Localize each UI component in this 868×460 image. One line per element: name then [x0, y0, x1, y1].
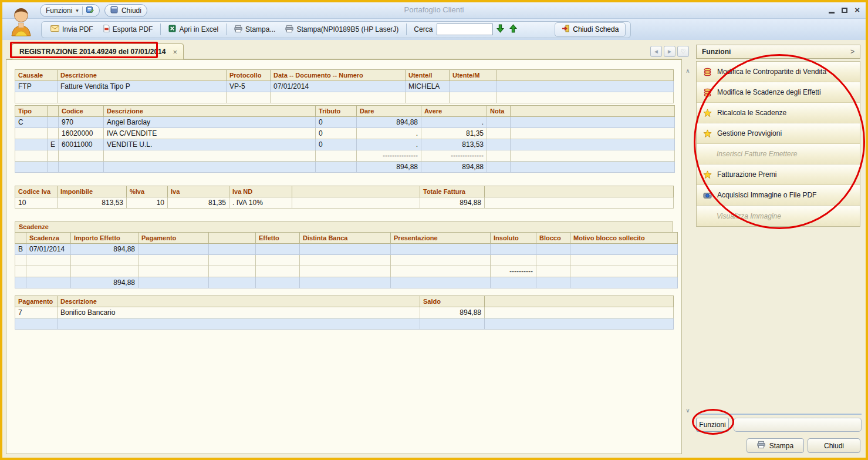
favorite-icon[interactable]: ♡	[677, 46, 689, 57]
pdf-icon	[103, 25, 110, 34]
star-icon	[702, 170, 712, 179]
sidebar-item-label: Acquisisci Immagine o File PDF	[717, 191, 816, 199]
scanner-icon	[702, 190, 712, 200]
esporta-pdf-button[interactable]: Esporta PDF	[99, 23, 157, 36]
customize-icon[interactable]	[86, 6, 94, 15]
header-row: Pagamento Descrizione Saldo	[15, 296, 674, 307]
apri-excel-button[interactable]: Apri in Excel	[164, 23, 222, 36]
search-next-button[interactable]	[495, 23, 506, 36]
sidebar-bottom-bar: Funzioni	[696, 414, 862, 435]
header-row: Scadenza Importo Effetto Pagamento Effet…	[15, 233, 678, 244]
tab-title: REGISTRAZIONE 2014.49249 del 07/01/2014	[19, 48, 166, 56]
printer-icon	[234, 25, 242, 35]
iva-table: Codice Iva Imponibile %Iva Iva Iva ND To…	[15, 186, 674, 209]
totals-row: 894,88	[15, 277, 678, 288]
table-row: FTP Fatture Vendita Tipo P VP-5 07/01/20…	[15, 81, 674, 92]
funzioni-panel-title: Funzioni	[702, 48, 731, 56]
sidebar-item-label: Fatturazione Premi	[717, 170, 776, 179]
sidebar-item-modifica-contropartite[interactable]: Modifica le Contropartite di Vendita	[697, 62, 860, 82]
main-region: REGISTRAZIONE 2014.49249 del 07/01/2014 …	[2, 40, 866, 458]
funzioni-menu-label: Funzioni	[46, 6, 72, 15]
scroll-down-icon[interactable]: ∨	[684, 407, 692, 415]
chiudi-footer-label: Chiudi	[824, 442, 844, 450]
excel-icon	[168, 25, 176, 34]
sidebar-item-label: Modifica le Scadenze degli Effetti	[717, 88, 821, 96]
invia-pdf-button[interactable]: Invia PDF	[46, 23, 97, 35]
header-row: Causale Descrizione Protocollo Data -- D…	[15, 70, 674, 81]
window-title: Portafoglio Clienti	[404, 5, 464, 14]
search-prev-button[interactable]	[508, 23, 519, 36]
scadenze-table: Scadenza Importo Effetto Pagamento Effet…	[15, 232, 678, 288]
document-area: Causale Descrizione Protocollo Data -- D…	[6, 59, 682, 454]
funzioni-bottom-button[interactable]: Funzioni	[696, 418, 729, 432]
scroll-up-icon[interactable]: ∧	[684, 67, 692, 75]
minimize-button[interactable]	[829, 12, 835, 14]
user-avatar	[7, 5, 35, 37]
separator-row: ----------	[15, 266, 678, 277]
table-row: 10 813,53 10 81,35 . IVA 10% 894,88	[15, 197, 674, 209]
divider	[82, 6, 83, 15]
sidebar-item-fatturazione-premi[interactable]: Fatturazione Premi	[697, 164, 860, 185]
sidebar-item-gestione-provvigioni[interactable]: Gestione Provvigioni	[697, 123, 860, 144]
apri-excel-label: Apri in Excel	[179, 25, 218, 33]
sidebar-item-visualizza-immagine: Visualizza Immagine	[697, 206, 860, 226]
tab-nav-buttons: ◄ ► ♡	[650, 46, 689, 57]
divider	[406, 23, 407, 35]
sidebar-item-acquisisci-immagine[interactable]: Acquisisci Immagine o File PDF	[697, 185, 860, 206]
search-input[interactable]	[437, 23, 493, 35]
close-button[interactable]: ×	[855, 5, 860, 15]
table-row: B 07/01/2014 894,88	[15, 244, 678, 255]
tab-close-icon[interactable]: ×	[173, 48, 177, 56]
tab-strip: REGISTRAZIONE 2014.49249 del 07/01/2014 …	[6, 43, 682, 59]
stampa-button[interactable]: Stampa...	[230, 23, 279, 36]
star-icon	[702, 108, 712, 117]
sidebar-item-label: Inserisci Fatture Emettere	[717, 150, 797, 158]
maximize-button[interactable]	[842, 8, 847, 13]
stampa-footer-label: Stampa	[769, 442, 793, 450]
vertical-scrollbar[interactable]: ∧ ∨	[684, 67, 692, 415]
window-menu: Funzioni ▾ Chiudi	[40, 4, 147, 17]
header-row: Codice Iva Imponibile %Iva Iva Iva ND To…	[15, 186, 674, 197]
scadenze-section-label: Scadenze	[15, 221, 673, 232]
sidebar-item-label: Modifica le Contropartite di Vendita	[717, 68, 826, 76]
close-tab-icon	[562, 25, 569, 34]
sidebar-item-label: Ricalcola le Scadenze	[717, 109, 786, 117]
testata-table: Causale Descrizione Protocollo Data -- D…	[15, 69, 674, 103]
sidebar-bottom-field	[734, 418, 862, 432]
sidebar-item-inserisci-fatture: Inserisci Fatture Emettere	[697, 144, 860, 164]
table-row	[15, 318, 674, 330]
toolbar-panel: Invia PDF Esporta PDF Apri in Excel Stam…	[41, 21, 631, 38]
search-label: Cerca	[414, 25, 433, 33]
totals-row: 894,88 894,88	[15, 162, 675, 173]
rings-icon	[702, 88, 712, 97]
stampa-npi-label: Stampa(NPI0189B5 (HP LaserJ)	[296, 25, 398, 33]
nav-forward-button[interactable]: ►	[664, 46, 676, 57]
separator-row: --------------- --------------	[15, 150, 675, 162]
tab-registrazione[interactable]: REGISTRAZIONE 2014.49249 del 07/01/2014 …	[12, 43, 184, 59]
stampa-footer-button[interactable]: Stampa	[747, 438, 804, 453]
righe-table: Tipo Codice Descrizione Tributo Dare Ave…	[15, 105, 675, 173]
chiudi-footer-button[interactable]: Chiudi	[808, 438, 860, 453]
header-row: Tipo Codice Descrizione Tributo Dare Ave…	[15, 106, 675, 117]
esporta-pdf-label: Esporta PDF	[113, 25, 153, 33]
toolbar: Invia PDF Esporta PDF Apri in Excel Stam…	[2, 19, 866, 40]
funzioni-menu-button[interactable]: Funzioni ▾	[40, 4, 100, 17]
funzioni-panel-header[interactable]: Funzioni >	[696, 45, 860, 59]
sidebar-item-modifica-scadenze[interactable]: Modifica le Scadenze degli Effetti	[697, 82, 860, 103]
chiudi-menu-button[interactable]: Chiudi	[104, 4, 147, 17]
chiudi-scheda-button[interactable]: Chiudi Scheda	[555, 22, 626, 37]
funzioni-panel: Modifica le Contropartite di Vendita Mod…	[696, 61, 860, 227]
printer-icon	[757, 441, 765, 451]
table-row: 16020000 IVA C/VENDITE 0 . 81,35	[15, 128, 675, 139]
pagamento-table: Pagamento Descrizione Saldo 7 Bonifico B…	[15, 296, 674, 330]
sidebar-item-ricalcola-scadenze[interactable]: Ricalcola le Scadenze	[697, 103, 860, 123]
nav-back-button[interactable]: ◄	[650, 46, 662, 57]
chevron-down-icon: ▾	[76, 8, 79, 14]
stampa-npi-button[interactable]: Stampa(NPI0189B5 (HP LaserJ)	[281, 23, 403, 36]
window-controls: ×	[829, 5, 860, 15]
chiudi-menu-label: Chiudi	[121, 6, 141, 15]
divider	[160, 23, 161, 35]
sidebar-item-label: Visualizza Immagine	[717, 212, 781, 220]
chiudi-scheda-label: Chiudi Scheda	[573, 25, 619, 33]
app-window: Funzioni ▾ Chiudi Portafoglio Clienti ×	[0, 0, 868, 460]
